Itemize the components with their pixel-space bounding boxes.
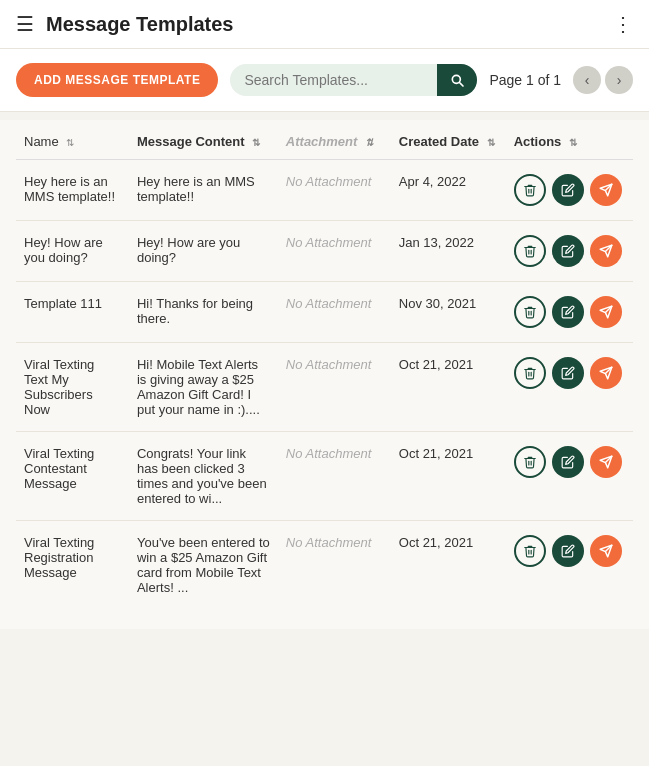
col-header-message[interactable]: Message Content ⇅ [129,120,278,160]
search-container [230,64,477,96]
cell-attachment-2: No Attachment [278,282,391,343]
cell-name-0: Hey here is an MMS template!! [16,160,129,221]
edit-button-4[interactable] [552,446,584,478]
send-icon [599,544,613,558]
action-buttons-4 [514,446,625,478]
more-options-icon[interactable]: ⋮ [613,12,633,36]
send-icon [599,183,613,197]
table-row: Hey here is an MMS template!! Hey here i… [16,160,633,221]
top-bar: ☰ Message Templates ⋮ [0,0,649,49]
sort-name-icon: ⇅ [66,137,74,148]
delete-button-4[interactable] [514,446,546,478]
cell-attachment-0: No Attachment [278,160,391,221]
edit-button-2[interactable] [552,296,584,328]
cell-message-4: Congrats! Your link has been clicked 3 t… [129,432,278,521]
cell-name-4: Viral Texting Contestant Message [16,432,129,521]
pagination-label: Page 1 of 1 [489,72,561,88]
table-row: Viral Texting Contestant Message Congrat… [16,432,633,521]
edit-button-0[interactable] [552,174,584,206]
col-header-date[interactable]: Created Date ⇅ [391,120,506,160]
col-header-name[interactable]: Name ⇅ [16,120,129,160]
edit-icon [561,244,575,258]
edit-button-1[interactable] [552,235,584,267]
table-header-row: Name ⇅ Message Content ⇅ Attachment ⇅ Cr… [16,120,633,160]
cell-attachment-1: No Attachment [278,221,391,282]
table-row: Template 111 Hi! Thanks for being there.… [16,282,633,343]
delete-button-3[interactable] [514,357,546,389]
trash-icon [523,305,537,319]
col-header-attachment[interactable]: Attachment ⇅ [278,120,391,160]
col-header-actions: Actions ⇅ [506,120,633,160]
cell-attachment-5: No Attachment [278,521,391,610]
table-row: Hey! How are you doing? Hey! How are you… [16,221,633,282]
table-wrapper: Name ⇅ Message Content ⇅ Attachment ⇅ Cr… [0,120,649,629]
action-buttons-3 [514,357,625,389]
menu-icon[interactable]: ☰ [16,12,34,36]
cell-message-5: You've been entered to win a $25 Amazon … [129,521,278,610]
cell-message-0: Hey here is an MMS template!! [129,160,278,221]
cell-name-3: Viral Texting Text My Subscribers Now [16,343,129,432]
next-page-button[interactable]: › [605,66,633,94]
search-input[interactable] [230,64,437,96]
add-message-template-button[interactable]: ADD MESSAGE TEMPLATE [16,63,218,97]
edit-icon [561,544,575,558]
edit-button-5[interactable] [552,535,584,567]
cell-date-0: Apr 4, 2022 [391,160,506,221]
cell-date-2: Nov 30, 2021 [391,282,506,343]
send-button-3[interactable] [590,357,622,389]
edit-button-3[interactable] [552,357,584,389]
send-button-4[interactable] [590,446,622,478]
table-row: Viral Texting Text My Subscribers Now Hi… [16,343,633,432]
sort-actions-icon: ⇅ [569,137,577,148]
action-buttons-1 [514,235,625,267]
search-button[interactable] [437,64,477,96]
edit-icon [561,366,575,380]
toolbar: ADD MESSAGE TEMPLATE Page 1 of 1 ‹ › [0,49,649,112]
cell-name-5: Viral Texting Registration Message [16,521,129,610]
table-row: Viral Texting Registration Message You'v… [16,521,633,610]
trash-icon [523,455,537,469]
send-button-5[interactable] [590,535,622,567]
cell-actions-5 [506,521,633,610]
sort-date-icon: ⇅ [487,137,495,148]
send-icon [599,244,613,258]
cell-name-1: Hey! How are you doing? [16,221,129,282]
cell-actions-3 [506,343,633,432]
edit-icon [561,455,575,469]
action-buttons-2 [514,296,625,328]
cell-date-5: Oct 21, 2021 [391,521,506,610]
action-buttons-0 [514,174,625,206]
send-icon [599,455,613,469]
trash-icon [523,244,537,258]
trash-icon [523,544,537,558]
trash-icon [523,366,537,380]
send-icon [599,305,613,319]
cell-actions-4 [506,432,633,521]
delete-button-2[interactable] [514,296,546,328]
cell-message-2: Hi! Thanks for being there. [129,282,278,343]
cell-message-1: Hey! How are you doing? [129,221,278,282]
prev-page-button[interactable]: ‹ [573,66,601,94]
page-navigation: ‹ › [573,66,633,94]
send-button-2[interactable] [590,296,622,328]
edit-icon [561,183,575,197]
cell-attachment-4: No Attachment [278,432,391,521]
templates-table: Name ⇅ Message Content ⇅ Attachment ⇅ Cr… [16,120,633,609]
cell-actions-1 [506,221,633,282]
edit-icon [561,305,575,319]
delete-button-5[interactable] [514,535,546,567]
cell-date-4: Oct 21, 2021 [391,432,506,521]
send-button-0[interactable] [590,174,622,206]
cell-name-2: Template 111 [16,282,129,343]
sort-message-icon: ⇅ [252,137,260,148]
action-buttons-5 [514,535,625,567]
send-icon [599,366,613,380]
cell-date-3: Oct 21, 2021 [391,343,506,432]
page-title: Message Templates [46,13,613,36]
cell-date-1: Jan 13, 2022 [391,221,506,282]
delete-button-1[interactable] [514,235,546,267]
send-button-1[interactable] [590,235,622,267]
cell-message-3: Hi! Mobile Text Alerts is giving away a … [129,343,278,432]
trash-icon [523,183,537,197]
delete-button-0[interactable] [514,174,546,206]
